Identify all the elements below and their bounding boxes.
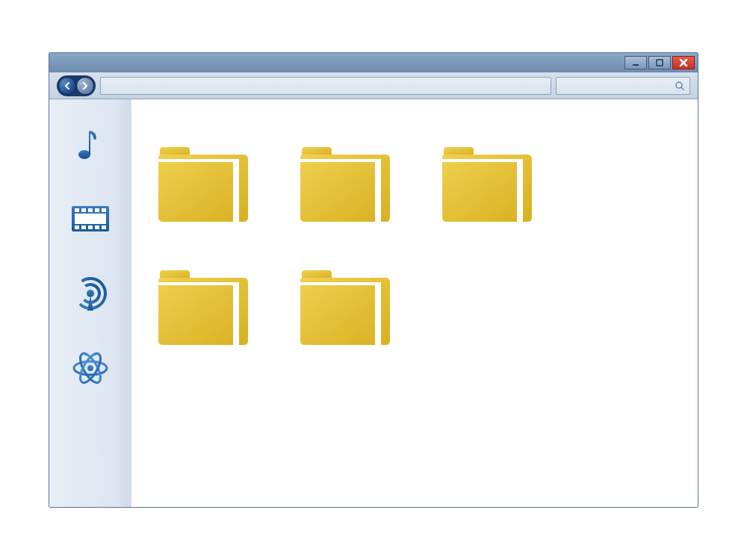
content-area (49, 99, 698, 507)
svg-rect-10 (95, 208, 99, 212)
arrow-left-icon (63, 81, 72, 90)
sidebar-item-music[interactable] (68, 122, 113, 167)
sidebar-item-videos[interactable] (68, 196, 113, 241)
folder-item[interactable] (154, 267, 251, 349)
minimize-icon (630, 57, 641, 68)
back-button[interactable] (58, 77, 76, 95)
svg-rect-16 (102, 225, 106, 229)
forward-button[interactable] (76, 77, 94, 95)
folder-item[interactable] (296, 144, 393, 226)
folder-item[interactable] (296, 267, 393, 349)
svg-rect-11 (102, 208, 106, 212)
close-button[interactable] (672, 56, 695, 69)
music-note-icon (74, 128, 107, 161)
main-panel (131, 99, 698, 507)
svg-line-3 (681, 87, 684, 90)
folder-icon (438, 144, 535, 226)
svg-rect-12 (75, 225, 79, 229)
broadcast-icon (72, 275, 109, 312)
nav-buttons (57, 75, 96, 96)
svg-rect-7 (75, 208, 79, 212)
svg-point-23 (87, 365, 93, 371)
maximize-button[interactable] (648, 56, 671, 69)
sidebar-item-science[interactable] (68, 346, 113, 391)
svg-rect-6 (75, 214, 106, 224)
svg-rect-8 (81, 208, 86, 212)
maximize-icon (654, 57, 665, 68)
address-input[interactable] (100, 77, 551, 95)
svg-rect-14 (88, 225, 93, 229)
search-input[interactable] (556, 77, 690, 95)
folder-icon (154, 267, 251, 349)
sidebar-item-podcasts[interactable] (68, 271, 113, 316)
titlebar (49, 53, 698, 72)
sidebar (49, 99, 131, 507)
file-browser-window (49, 52, 698, 508)
svg-rect-9 (88, 208, 93, 212)
toolbar (49, 72, 698, 99)
folder-icon (296, 267, 393, 349)
folder-item[interactable] (438, 144, 535, 226)
svg-point-4 (78, 150, 90, 159)
arrow-right-icon (81, 81, 90, 90)
minimize-button[interactable] (624, 56, 647, 69)
svg-rect-13 (81, 225, 86, 229)
film-icon (70, 205, 111, 233)
close-icon (678, 57, 689, 68)
search-icon (675, 81, 685, 91)
svg-rect-1 (657, 60, 663, 66)
folder-icon (154, 144, 251, 226)
folder-item[interactable] (154, 144, 251, 226)
svg-rect-0 (633, 64, 639, 66)
folder-icon (296, 144, 393, 226)
svg-rect-15 (95, 225, 99, 229)
atom-icon (71, 349, 110, 388)
